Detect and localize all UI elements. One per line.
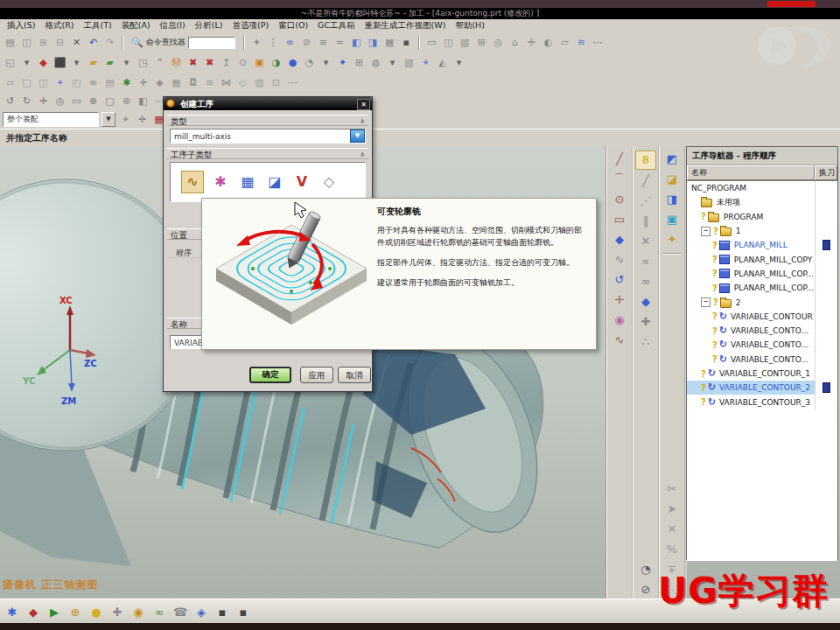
menu-item[interactable]: 窗口(O) [278,20,308,32]
toolbar-icon[interactable]: ◑ [269,56,284,70]
toolbar-icon[interactable]: ⌖ [118,113,133,127]
toolbar-icon[interactable]: ✛ [524,36,539,50]
toolbar-icon[interactable]: ☎ [172,604,189,620]
close-icon[interactable]: ✕ [357,99,370,110]
toolbar-icon[interactable]: ◎ [491,36,506,50]
nav-row[interactable]: ?PROGRAM [687,210,837,224]
toolbar-icon[interactable]: □ [19,76,34,90]
toolbar-icon[interactable]: ◇ [318,172,340,192]
toolbar-icon[interactable]: ✛ [135,113,150,127]
toolbar-icon[interactable]: ◆ [36,56,51,70]
toolbar-icon[interactable]: ∝ [636,253,655,270]
toolbar-icon[interactable]: ⋯ [285,76,300,90]
toolbar-icon[interactable]: ▪ [234,604,252,620]
toolbar-icon[interactable]: ⌖ [52,76,67,90]
toolbar-icon[interactable]: ∿ [610,332,629,349]
toolbar-icon[interactable]: ✚ [136,76,150,90]
toolbar-icon[interactable]: ✂ [662,480,682,498]
toolbar-icon[interactable]: ✦ [662,231,682,248]
toolbar-icon[interactable]: ✛ [36,94,51,108]
toolbar-icon[interactable]: ∞ [150,604,168,620]
type-group-header[interactable]: 类型 ∧ [167,115,368,126]
toolbar-icon[interactable]: ╱ [610,150,629,168]
toolbar-icon[interactable]: ╱ [636,172,655,190]
toolbar-icon[interactable]: ▤ [102,76,117,90]
toolbar-icon[interactable]: ⊗ [119,94,134,108]
toolbar-icon[interactable]: ◍ [368,56,383,70]
toolbar-icon[interactable]: ⊙ [235,56,250,70]
menu-item[interactable]: 插入(S) [7,20,35,32]
toolbar-icon[interactable]: ⬛ [52,56,67,70]
toolbar-icon[interactable]: ⋰ [636,192,655,210]
toolbar-icon[interactable]: ≡ [202,76,217,90]
menu-item[interactable]: 分析(L) [195,20,223,32]
toolbar-icon[interactable]: ⊞ [352,56,367,70]
toolbar-icon[interactable]: ◔ [636,561,655,578]
command-finder-input[interactable] [188,37,235,49]
toolbar-icon[interactable]: ⌒ [610,171,629,188]
apply-button[interactable]: 应用 [300,367,333,383]
chevron-down-icon[interactable]: ▼ [350,130,365,143]
toolbar-icon[interactable]: V [291,172,312,192]
column-header-toolchange[interactable]: 换刀 [815,165,837,180]
nav-row[interactable]: −?2 [687,295,837,309]
toolbar-icon[interactable]: ✖ [202,56,217,70]
toolbar-icon[interactable]: ⋯ [591,36,606,50]
type-combo[interactable]: mill_multi-axis ▼ [170,129,366,144]
toolbar-icon[interactable]: ◘ [186,76,200,90]
menu-item[interactable]: 装配(A) [122,20,150,32]
toolbar-icon[interactable]: ✱ [119,76,134,90]
toolbar-icon[interactable]: ◎ [52,94,67,108]
toolbar-icon[interactable]: ◉ [130,604,147,620]
toolbar-icon[interactable]: ◪ [264,172,285,192]
toolbar-icon[interactable]: ” [152,56,167,70]
nav-row[interactable]: ?↻VARIABLE_CONTOUR [687,310,837,324]
toolbar-icon[interactable]: ∞ [86,76,101,90]
toolbar-icon[interactable]: ▤ [3,36,18,50]
toolbar-icon[interactable]: ▣ [662,211,682,228]
toolbar-icon[interactable]: ✱ [210,172,231,192]
toolbar-icon[interactable]: ⊟ [52,36,67,50]
toolbar-icon[interactable]: ↥ [219,56,234,70]
toolbar-icon[interactable]: ▥ [252,76,267,90]
toolbar-icon[interactable]: ▾ [19,56,34,70]
toolbar-icon[interactable]: ∿ [181,171,204,193]
toolbar-icon[interactable]: ▪ [214,604,231,620]
menu-item[interactable]: 工具(T) [83,20,111,32]
toolbar-icon[interactable]: ▦ [169,76,184,90]
toolbar-icon[interactable]: ▶ [46,604,63,620]
toolbar-icon[interactable]: ● [88,604,105,620]
toolbar-icon[interactable]: ✕ [636,233,655,250]
dialog-titlebar[interactable]: 创建工序 [164,97,372,110]
toolbar-icon[interactable]: ● [285,56,300,70]
toolbar-icon[interactable]: ▾ [452,56,466,70]
toolbar-icon[interactable]: ◈ [192,604,210,620]
toolbar-icon[interactable]: ↶ [86,36,101,50]
nav-row[interactable]: ?↻VARIABLE_CONTO... [687,324,837,338]
nav-row[interactable]: ?PLANAR_MILL_COPY [687,252,837,266]
cancel-button[interactable]: 取消 [338,367,371,383]
toolbar-icon[interactable]: ▱ [557,36,572,50]
toolbar-icon[interactable]: ✕ [662,521,682,538]
toolbar-icon[interactable]: ↻ [19,94,34,108]
toolbar-icon[interactable]: ✦ [335,56,350,70]
toolbar-icon[interactable]: ⋮ [266,36,281,50]
toolbar-icon[interactable]: % [662,541,682,558]
toolbar-icon[interactable]: ◉ [610,312,629,329]
toolbar-icon[interactable]: Ⓜ [169,56,184,70]
toolbar-icon[interactable]: ✕ [69,36,84,50]
nav-row[interactable]: ?↻VARIABLE_CONTOUR_3 [687,395,837,409]
toolbar-icon[interactable]: ↷ [102,36,117,50]
toolbar-icon[interactable]: ≋ [574,36,589,50]
toolbar-icon[interactable]: ◰ [69,76,84,90]
toolbar-icon[interactable]: ▣ [252,56,267,70]
toolbar-icon[interactable]: ◨ [662,191,682,208]
toolbar-icon[interactable]: ◐ [541,36,556,50]
toolbar-icon[interactable]: ➤ [662,500,682,518]
toolbar-icon[interactable]: ◭ [435,56,450,70]
toolbar-icon[interactable]: ⊙ [610,191,629,208]
subtype-group-header[interactable]: 工序子类型 ∧ [167,148,368,159]
nav-row[interactable]: −?1 [687,224,837,238]
nav-row[interactable]: ?↻VARIABLE_CONTOUR_1 [687,367,837,381]
toolbar-icon[interactable]: ⊕ [86,94,101,108]
